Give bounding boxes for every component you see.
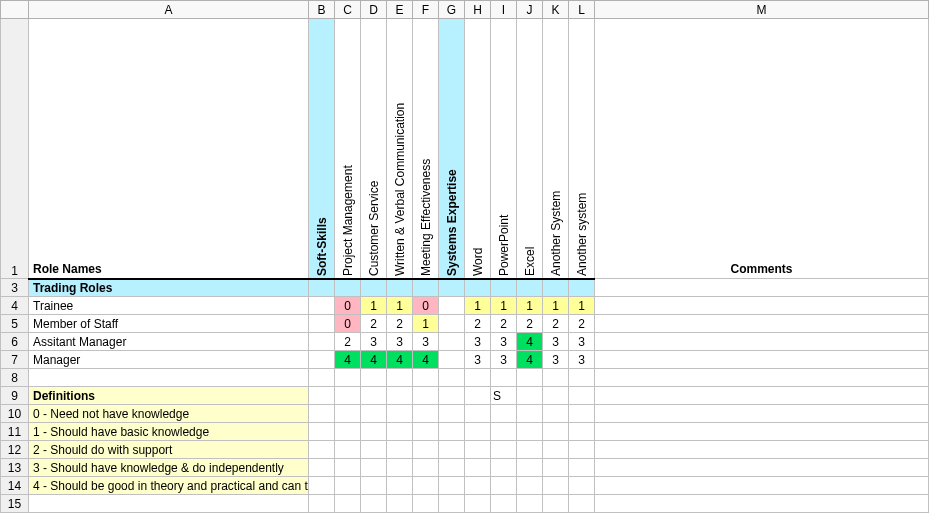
cell-H5[interactable]: 2 [465,315,491,333]
cell-H3[interactable] [465,279,491,297]
cell-F1[interactable]: Meeting Effectiveness [413,19,439,279]
spreadsheet-grid[interactable]: A B C D E F G H I J K L M 1 Role Names S… [0,0,929,513]
row-header-10[interactable]: 10 [1,405,29,423]
row-header-14[interactable]: 14 [1,477,29,495]
cell-J3[interactable] [517,279,543,297]
col-header-L[interactable]: L [569,1,595,19]
row-header-12[interactable]: 12 [1,441,29,459]
cell-M6[interactable] [595,333,929,351]
cell-J4[interactable]: 1 [517,297,543,315]
cell-L7[interactable]: 3 [569,351,595,369]
cell-L5[interactable]: 2 [569,315,595,333]
cell-A4[interactable]: Trainee [29,297,309,315]
cell-K3[interactable] [543,279,569,297]
cell-B5[interactable] [309,315,335,333]
col-header-M[interactable]: M [595,1,929,19]
cell-H6[interactable]: 3 [465,333,491,351]
cell-M5[interactable] [595,315,929,333]
cell-H7[interactable]: 3 [465,351,491,369]
col-header-I[interactable]: I [491,1,517,19]
col-header-E[interactable]: E [387,1,413,19]
cell-C3[interactable] [335,279,361,297]
cell-G3[interactable] [439,279,465,297]
cell-G4[interactable] [439,297,465,315]
cell-H4[interactable]: 1 [465,297,491,315]
cell-A5[interactable]: Member of Staff [29,315,309,333]
cell-K6[interactable]: 3 [543,333,569,351]
cell-A7[interactable]: Manager [29,351,309,369]
cell-A14[interactable]: 4 - Should be good in theory and practic… [29,477,309,495]
cell-C5[interactable]: 0 [335,315,361,333]
cell-G1[interactable]: Systems Expertise [439,19,465,279]
cell-F5[interactable]: 1 [413,315,439,333]
cell-E6[interactable]: 3 [387,333,413,351]
cell-M4[interactable] [595,297,929,315]
cell-L1[interactable]: Another system [569,19,595,279]
row-header-8[interactable]: 8 [1,369,29,387]
cell-A1[interactable]: Role Names [29,19,309,279]
cell-D4[interactable]: 1 [361,297,387,315]
cell-J7[interactable]: 4 [517,351,543,369]
cell-C1[interactable]: Project Management [335,19,361,279]
row-header-4[interactable]: 4 [1,297,29,315]
cell-L4[interactable]: 1 [569,297,595,315]
cell-C6[interactable]: 2 [335,333,361,351]
cell-G6[interactable] [439,333,465,351]
cell-A11[interactable]: 1 - Should have basic knowledge [29,423,309,441]
cell-C7[interactable]: 4 [335,351,361,369]
cell-I3[interactable] [491,279,517,297]
cell-G7[interactable] [439,351,465,369]
row-header-15[interactable]: 15 [1,495,29,513]
cell-K7[interactable]: 3 [543,351,569,369]
cell-A10[interactable]: 0 - Need not have knowledge [29,405,309,423]
cell-M7[interactable] [595,351,929,369]
cell-E1[interactable]: Written & Verbal Communication [387,19,413,279]
cell-D3[interactable] [361,279,387,297]
cell-K1[interactable]: Another System [543,19,569,279]
col-header-G[interactable]: G [439,1,465,19]
cell-E5[interactable]: 2 [387,315,413,333]
cell-D5[interactable]: 2 [361,315,387,333]
row-header-3[interactable]: 3 [1,279,29,297]
cell-F6[interactable]: 3 [413,333,439,351]
col-header-H[interactable]: H [465,1,491,19]
cell-H1[interactable]: Word [465,19,491,279]
select-all-corner[interactable] [1,1,29,19]
row-header-7[interactable]: 7 [1,351,29,369]
cell-B4[interactable] [309,297,335,315]
cell-F7[interactable]: 4 [413,351,439,369]
cell-A13[interactable]: 3 - Should have knowledge & do independe… [29,459,309,477]
cell-B6[interactable] [309,333,335,351]
row-header-1[interactable]: 1 [1,19,29,279]
cell-A9[interactable]: Definitions [29,387,309,405]
col-header-C[interactable]: C [335,1,361,19]
cell-I5[interactable]: 2 [491,315,517,333]
row-header-9[interactable]: 9 [1,387,29,405]
cell-I6[interactable]: 3 [491,333,517,351]
cell-D6[interactable]: 3 [361,333,387,351]
col-header-F[interactable]: F [413,1,439,19]
cell-J5[interactable]: 2 [517,315,543,333]
cell-A6[interactable]: Assitant Manager [29,333,309,351]
cell-C4[interactable]: 0 [335,297,361,315]
col-header-A[interactable]: A [29,1,309,19]
cell-A12[interactable]: 2 - Should do with support [29,441,309,459]
cell-B7[interactable] [309,351,335,369]
cell-J6[interactable]: 4 [517,333,543,351]
col-header-B[interactable]: B [309,1,335,19]
cell-I4[interactable]: 1 [491,297,517,315]
col-header-D[interactable]: D [361,1,387,19]
cell-M3[interactable] [595,279,929,297]
cell-I1[interactable]: PowerPoint [491,19,517,279]
row-header-11[interactable]: 11 [1,423,29,441]
cell-J1[interactable]: Excel [517,19,543,279]
row-header-13[interactable]: 13 [1,459,29,477]
cell-E4[interactable]: 1 [387,297,413,315]
cell-L6[interactable]: 3 [569,333,595,351]
cell-D7[interactable]: 4 [361,351,387,369]
cell-F3[interactable] [413,279,439,297]
row-header-6[interactable]: 6 [1,333,29,351]
cell-F4[interactable]: 0 [413,297,439,315]
row-header-5[interactable]: 5 [1,315,29,333]
cell-A8[interactable] [29,369,309,387]
